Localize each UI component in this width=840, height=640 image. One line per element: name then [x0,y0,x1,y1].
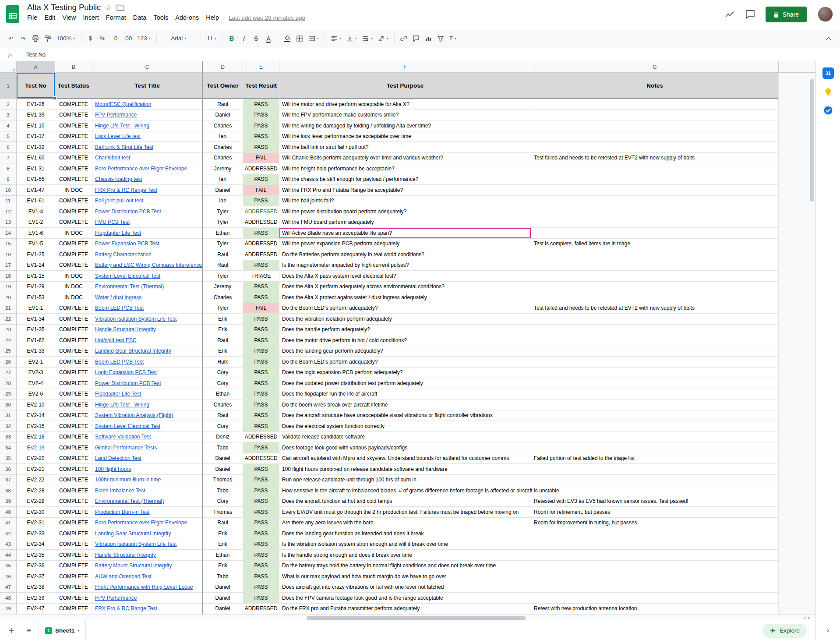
cell-C9[interactable]: Chassis loading test [92,174,203,185]
fill-color-button[interactable] [282,32,293,45]
font-select[interactable]: Arial ▾ [160,32,197,45]
cell-B37[interactable]: COMPLETE [55,475,92,486]
cell-F24[interactable]: Does the motor drive perform in hot / co… [279,335,531,346]
undo-button[interactable]: ↶ [5,32,17,45]
cell-F42[interactable]: Does the landing gear function as intend… [279,528,531,539]
cell-G17[interactable] [531,260,779,271]
cell-E35[interactable]: ADDRESSED [243,453,279,464]
cell-C10[interactable]: FRX Pro & RC Range Test [92,185,203,196]
cell-B48[interactable]: COMPLETE [55,593,92,604]
cell-A36[interactable]: EV2-21 [17,464,55,475]
menu-file[interactable]: File [24,13,41,22]
row-header-23[interactable]: 23 [0,325,17,336]
cell-E5[interactable]: PASS [243,131,279,142]
cell-F9[interactable]: Will the chassis be stiff enough for pay… [279,174,531,185]
cell-A13[interactable]: EV1-2 [17,217,55,228]
cell-C48[interactable]: FPV Performance [92,593,203,604]
header-cell-E1[interactable]: Test Result [243,73,279,99]
cell-C8[interactable]: Baro Performance over Flight Envelope [92,163,203,174]
document-title[interactable]: Alta X Testing Public [27,3,101,12]
cell-G27[interactable] [531,368,779,378]
cell-D19[interactable]: Jeremy [203,282,243,293]
cell-F43[interactable]: Is the vibration isolation system stron … [279,539,531,550]
row-header-38[interactable]: 38 [0,485,17,496]
cell-G42[interactable] [531,528,779,539]
column-header-A[interactable]: A [17,61,55,73]
cell-G33[interactable] [531,432,779,443]
row-header-14[interactable]: 14 [0,228,17,239]
cell-E48[interactable]: PASS [243,593,279,604]
insert-link-button[interactable] [398,32,409,45]
cell-B18[interactable]: IN DOC [55,271,92,282]
cell-C7[interactable]: Charliebolt test [92,153,203,164]
cell-G28[interactable] [531,378,779,389]
cell-link-text[interactable]: FRX Pro & RC Range Test [95,187,157,193]
cell-E7[interactable]: FAIL [243,153,279,164]
row-header-11[interactable]: 11 [0,196,17,207]
cell-B41[interactable]: COMPLETE [55,518,92,529]
cell-D9[interactable]: Ian [203,174,243,185]
cell-B45[interactable]: COMPLETE [55,561,92,572]
row-header-7[interactable]: 7 [0,153,17,164]
cell-C16[interactable]: Battery Characterization [92,249,203,260]
strikethrough-button[interactable]: S [251,32,262,45]
cell-B43[interactable]: COMPLETE [55,539,92,550]
cell-C21[interactable]: Boom LED PCB Test [92,303,203,314]
cell-G37[interactable] [531,475,779,486]
cell-B8[interactable]: COMPLETE [55,163,92,174]
cell-C11[interactable]: Ball joint pull out test [92,196,203,207]
cell-link-text[interactable]: Land Detection Test [95,455,141,461]
cell-D47[interactable]: Daniel [203,582,243,593]
cell-B29[interactable]: COMPLETE [55,389,92,400]
cell-E4[interactable]: PASS [243,120,279,131]
cell-C3[interactable]: FPV Performance [92,110,203,121]
cell-G3[interactable] [531,110,779,121]
cell-F36[interactable]: 100 flight hours combined on release can… [279,464,531,475]
cell-E44[interactable]: PASS [243,550,279,561]
cell-link-text[interactable]: FRX Pro & RC Range Test [95,605,157,612]
cell-D25[interactable]: Erik [203,346,243,357]
cell-B27[interactable]: COMPLETE [55,368,92,378]
cell-A5[interactable]: EV1-17 [17,131,55,142]
cell-D28[interactable]: Cory [203,378,243,389]
row-header-20[interactable]: 20 [0,292,17,303]
cell-C40[interactable]: Production Burn-in Test [92,507,203,518]
cell-A9[interactable]: EV1-55 [17,174,55,185]
cell-C22[interactable]: Vibration Isolation System Life Test [92,314,203,325]
row-header-4[interactable]: 4 [0,120,17,131]
merge-cells-button[interactable]: ▾ [306,32,321,45]
cell-C25[interactable]: Landing Gear Structural Integrity [92,346,203,357]
cell-G26[interactable] [531,357,779,368]
increase-decimal-button[interactable]: .00 [122,32,134,45]
column-header-C[interactable]: C [92,61,203,73]
cell-E45[interactable]: PASS [243,561,279,572]
cell-F45[interactable]: Do the battery trays hold the battery in… [279,561,531,572]
cell-B5[interactable]: COMPLETE [55,131,92,142]
cell-D45[interactable]: Erik [203,561,243,572]
cell-E10[interactable]: FAIL [243,185,279,196]
last-edit-link[interactable]: Last edit was 28 minutes ago [229,14,305,21]
paint-format-button[interactable] [42,32,53,45]
cell-C17[interactable]: Battery and ESC Wiring Compass Interefen… [92,260,203,271]
cell-B20[interactable]: IN DOC [55,292,92,303]
cell-F46[interactable]: What is our max payload and how much mar… [279,571,531,582]
vertical-scrollbar-thumb[interactable] [810,79,814,202]
cell-link-text[interactable]: EV2-19 [27,445,44,451]
cell-link-text[interactable]: Vibration Isolation System Life Test [95,316,176,322]
cell-G20[interactable] [531,292,779,303]
cell-B12[interactable]: COMPLETE [55,206,92,217]
cell-B39[interactable]: COMPLETE [55,496,92,507]
cell-F18[interactable]: Does the Alta X pass system level electr… [279,271,531,282]
cell-A16[interactable]: EV1-25 [17,249,55,260]
cell-link-text[interactable]: System Level Electrical Test [95,273,160,279]
cell-C15[interactable]: Power Expansion PCB Test [92,239,203,250]
cell-link-text[interactable]: Battery Characterization [95,251,152,258]
cell-A30[interactable]: EV2-10 [17,400,55,410]
cell-F28[interactable]: Does the updated power distribution test… [279,378,531,389]
cell-A4[interactable]: EV1-10 [17,120,55,131]
fill-handle[interactable] [53,96,56,100]
cell-D16[interactable]: Raul [203,249,243,260]
cell-G10[interactable] [531,185,779,196]
cell-C46[interactable]: AUW and Overload Test [92,571,203,582]
row-header-17[interactable]: 17 [0,260,17,271]
